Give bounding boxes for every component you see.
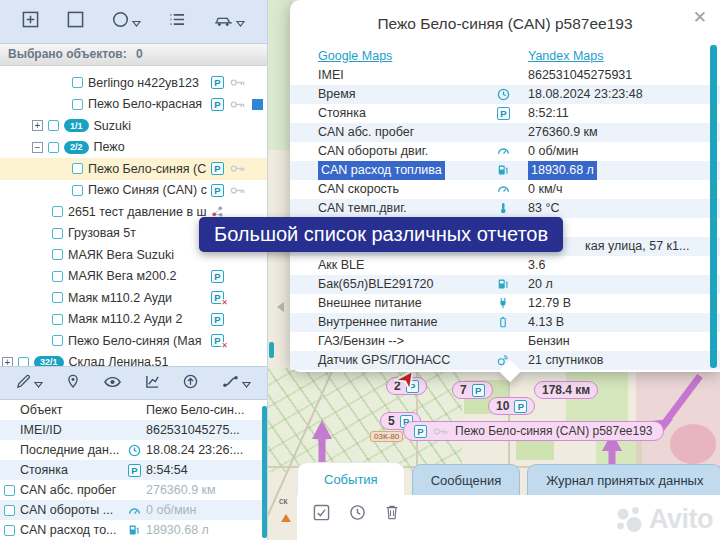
- info-row[interactable]: IMEI/ID 862531045275...: [0, 420, 267, 440]
- parking-icon[interactable]: P: [211, 270, 224, 283]
- unit-row[interactable]: Маяк м110.2 Ауди P✕: [0, 287, 267, 309]
- watch-icon[interactable]: [104, 374, 121, 392]
- popup-scrollbar[interactable]: [710, 45, 717, 368]
- unit-checkbox[interactable]: [52, 206, 63, 217]
- parking-icon[interactable]: P: [211, 76, 224, 89]
- parking-icon[interactable]: P✕: [211, 291, 224, 304]
- locate-icon[interactable]: [66, 374, 80, 393]
- delete-icon[interactable]: [385, 504, 399, 540]
- bottom-tabs: События Сообщения Журнал принятых данных: [297, 462, 720, 495]
- param-value: 0 об/мин: [528, 142, 579, 161]
- unit-checkbox[interactable]: [52, 271, 63, 282]
- select-all-icon[interactable]: [313, 504, 330, 540]
- popup-row[interactable]: ГАЗ/Бензин --> Бензин: [290, 332, 720, 351]
- parking-icon[interactable]: P: [211, 313, 224, 326]
- edit-icon[interactable]: [16, 374, 43, 393]
- google-maps-link[interactable]: Google Maps: [318, 47, 392, 66]
- tree-expander-icon[interactable]: −: [32, 142, 43, 153]
- tab[interactable]: События: [297, 462, 405, 495]
- popup-row[interactable]: Внешнее питание 12.79 В: [290, 294, 720, 313]
- popup-row[interactable]: Время 18.08.2024 23:23:48: [290, 85, 720, 104]
- unit-checkbox[interactable]: [72, 185, 83, 196]
- info-value: 18930.68 л: [146, 523, 209, 537]
- key-icon[interactable]: [230, 100, 246, 109]
- info-row[interactable]: Объект Пежо Бело-син...: [0, 400, 267, 420]
- popup-row[interactable]: CAN скорость 0 км/ч: [290, 180, 720, 199]
- map-waypoint-pill[interactable]: 10 P: [488, 397, 535, 415]
- vehicle-map-label[interactable]: P Пежо Бело-синяя (CAN) p587ee193: [403, 421, 664, 441]
- parking-icon[interactable]: P: [211, 162, 224, 175]
- popup-row[interactable]: Стоянка P 8:52:11: [290, 104, 720, 123]
- sidebar-scrollbar[interactable]: [269, 342, 274, 358]
- unit-checkbox[interactable]: [52, 249, 63, 260]
- chart-icon[interactable]: [145, 374, 160, 393]
- param-checkbox[interactable]: [4, 425, 17, 436]
- param-checkbox[interactable]: [4, 405, 17, 416]
- unit-row[interactable]: Пежо Синяя (CAN) с P: [0, 180, 267, 202]
- popup-row[interactable]: Внутреннее питание 4.13 В: [290, 313, 720, 332]
- tree-expander-icon[interactable]: +: [2, 357, 13, 366]
- close-icon[interactable]: ✕: [693, 9, 707, 26]
- param-checkbox[interactable]: [4, 445, 17, 456]
- track-icon[interactable]: [222, 374, 251, 392]
- unit-row[interactable]: МАЯК Вега м200.2 P: [0, 266, 267, 288]
- popup-row[interactable]: CAN темп.двиг. 83 °C: [290, 199, 720, 218]
- unit-row[interactable]: − 2/2 Пежо: [0, 137, 267, 159]
- unit-row[interactable]: Berlingo н422ув123 P: [0, 72, 267, 94]
- popup-row[interactable]: CAN расход топлива 18930.68 л: [290, 161, 720, 180]
- map-waypoint-pill[interactable]: 178.4 км: [534, 381, 598, 399]
- info-row[interactable]: CAN расход то... 18930.68 л: [0, 520, 267, 540]
- unit-checkbox[interactable]: [48, 120, 59, 131]
- yandex-maps-link[interactable]: Yandex Maps: [528, 47, 604, 66]
- unit-checkbox[interactable]: [52, 292, 63, 303]
- param-checkbox[interactable]: [4, 485, 17, 496]
- send-command-icon[interactable]: [183, 374, 198, 393]
- tab[interactable]: Сообщения: [412, 464, 521, 495]
- select-rect-icon[interactable]: [67, 11, 84, 32]
- parking-icon[interactable]: P✕: [211, 334, 224, 347]
- unit-checkbox[interactable]: [18, 357, 29, 366]
- unit-checkbox[interactable]: [72, 77, 83, 88]
- info-row[interactable]: CAN абс. пробег 276360.9 км: [0, 480, 267, 500]
- unit-icons: P: [211, 270, 224, 283]
- popup-row[interactable]: CAN обороты двиг. 0 об/мин: [290, 142, 720, 161]
- time-filter-icon[interactable]: [349, 504, 366, 540]
- unit-checkbox[interactable]: [72, 163, 83, 174]
- vehicle-filter-icon[interactable]: [214, 13, 245, 31]
- popup-row[interactable]: Акк BLE 3.6: [290, 256, 720, 275]
- unit-row[interactable]: Пежо Бело-синяя (Мая P✕: [0, 330, 267, 352]
- parking-icon[interactable]: P: [211, 98, 224, 111]
- unit-checkbox[interactable]: [52, 228, 63, 239]
- param-checkbox[interactable]: [4, 525, 17, 536]
- unit-row[interactable]: Маяк м110.2 Ауди 2 P: [0, 309, 267, 331]
- tab[interactable]: Журнал принятых данных: [527, 464, 720, 495]
- info-row[interactable]: Стоянка P 8:54:54: [0, 460, 267, 480]
- sidebar-collapse-icon[interactable]: [277, 302, 284, 312]
- unit-row[interactable]: Пежо Бело-синяя (С P: [0, 158, 267, 180]
- map-waypoint-pill[interactable]: 7 P: [452, 381, 493, 399]
- unit-checkbox[interactable]: [52, 314, 63, 325]
- param-checkbox[interactable]: [4, 465, 17, 476]
- popup-row[interactable]: CAN абс. пробег 276360.9 км: [290, 123, 720, 142]
- unit-checkbox[interactable]: [48, 142, 59, 153]
- list-view-icon[interactable]: [169, 12, 186, 31]
- select-circle-icon[interactable]: [112, 11, 141, 32]
- param-checkbox[interactable]: [4, 505, 17, 516]
- parking-icon[interactable]: P: [211, 184, 224, 197]
- key-icon[interactable]: [230, 186, 246, 195]
- info-row[interactable]: Последние дан... 18.08.24 23:26:...: [0, 440, 267, 460]
- unit-row[interactable]: + 32/1 Склад Ленина,51: [0, 352, 267, 367]
- unit-row[interactable]: + 1/1 Suzuki: [0, 115, 267, 137]
- add-object-icon[interactable]: [22, 11, 39, 32]
- popup-row[interactable]: IMEI 862531045275931: [290, 66, 720, 85]
- popup-row[interactable]: Бак(65л)BLE291720 20 л: [290, 275, 720, 294]
- unit-checkbox[interactable]: [72, 99, 83, 110]
- tree-expander-icon[interactable]: +: [32, 120, 43, 131]
- unit-checkbox[interactable]: [52, 335, 63, 346]
- gauge-icon: [497, 145, 510, 159]
- unit-row[interactable]: Пежо Бело-красная P: [0, 94, 267, 116]
- key-icon[interactable]: [230, 164, 246, 173]
- key-icon[interactable]: [230, 78, 246, 87]
- info-row[interactable]: CAN обороты ... 0 об/мин: [0, 500, 267, 520]
- info-table-scrollbar[interactable]: [262, 406, 267, 538]
